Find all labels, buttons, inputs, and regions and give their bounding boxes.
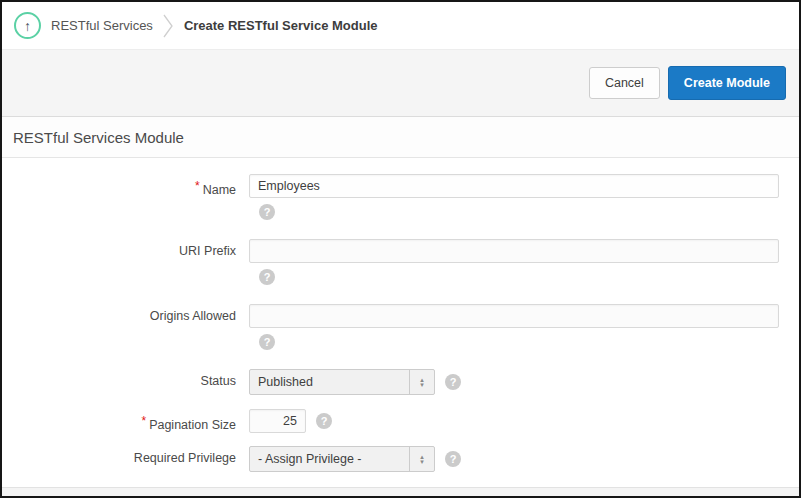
form-row-status: Status Published ▴▾ ? — [2, 369, 799, 395]
cancel-button[interactable]: Cancel — [589, 67, 660, 99]
breadcrumb-current: Create RESTful Service Module — [184, 18, 378, 33]
select-spinner-icon: ▴▾ — [409, 447, 434, 471]
action-toolbar: Cancel Create Module — [2, 50, 799, 117]
status-selected-value: Published — [250, 370, 409, 394]
help-icon[interactable]: ? — [445, 451, 461, 467]
uri-prefix-label: URI Prefix — [2, 239, 249, 258]
origins-allowed-label: Origins Allowed — [2, 304, 249, 323]
required-icon: * — [141, 414, 146, 428]
required-privilege-selected-value: - Assign Privilege - — [250, 447, 409, 471]
help-icon[interactable]: ? — [259, 269, 275, 285]
required-icon: * — [195, 179, 200, 193]
help-icon[interactable]: ? — [259, 204, 275, 220]
help-icon[interactable]: ? — [445, 374, 461, 390]
pagination-size-input[interactable] — [249, 409, 306, 433]
chevron-right-icon — [163, 13, 174, 39]
up-arrow-icon[interactable]: ↑ — [14, 12, 41, 39]
breadcrumb-bar: ↑ RESTful Services Create RESTful Servic… — [2, 2, 799, 50]
form-row-uri-prefix: URI Prefix ? — [2, 239, 799, 285]
help-icon[interactable]: ? — [316, 413, 332, 429]
up-arrow-glyph: ↑ — [24, 18, 31, 34]
help-icon[interactable]: ? — [259, 334, 275, 350]
create-module-button[interactable]: Create Module — [668, 66, 786, 100]
page-footer-strip — [2, 487, 799, 496]
form-row-name: *Name ? — [2, 174, 799, 220]
module-form: *Name ? URI Prefix ? O — [2, 158, 799, 487]
form-row-pagination-size: *Pagination Size ? — [2, 409, 799, 433]
select-spinner-icon: ▴▾ — [409, 370, 434, 394]
origins-allowed-input[interactable] — [249, 304, 779, 328]
name-label: *Name — [2, 174, 249, 197]
region-title: RESTful Services Module — [2, 117, 799, 158]
required-privilege-label: Required Privilege — [2, 446, 249, 465]
form-row-required-privilege: Required Privilege - Assign Privilege - … — [2, 446, 799, 472]
pagination-size-label: *Pagination Size — [2, 409, 249, 432]
region-title-text: RESTful Services Module — [13, 129, 184, 146]
status-select[interactable]: Published ▴▾ — [249, 369, 435, 395]
app-window: ↑ RESTful Services Create RESTful Servic… — [0, 0, 801, 498]
uri-prefix-input[interactable] — [249, 239, 779, 263]
required-privilege-select[interactable]: - Assign Privilege - ▴▾ — [249, 446, 435, 472]
form-row-origins-allowed: Origins Allowed ? — [2, 304, 799, 350]
name-input[interactable] — [249, 174, 779, 198]
status-label: Status — [2, 369, 249, 388]
breadcrumb-parent-link[interactable]: RESTful Services — [51, 18, 153, 33]
